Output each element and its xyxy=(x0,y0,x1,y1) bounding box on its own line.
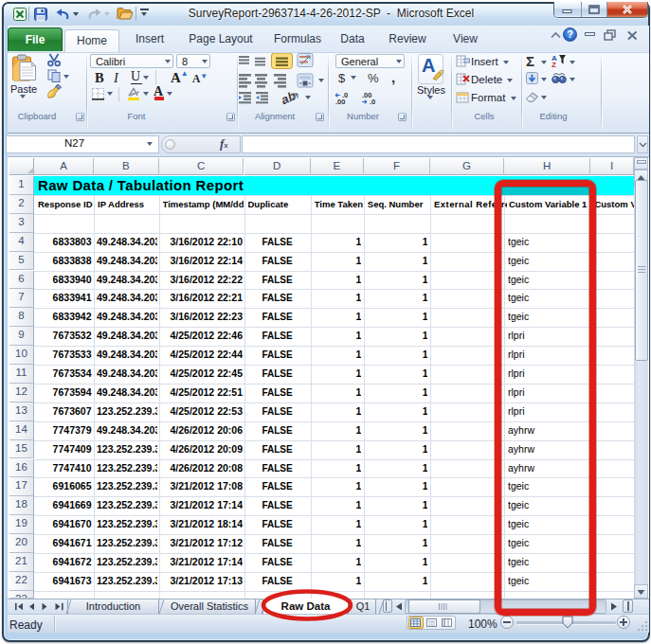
svg-text:.00: .00 xyxy=(335,98,345,105)
svg-text:ab: ab xyxy=(279,88,298,106)
svg-text:Z: Z xyxy=(552,61,556,67)
svg-text:.0: .0 xyxy=(370,98,375,105)
